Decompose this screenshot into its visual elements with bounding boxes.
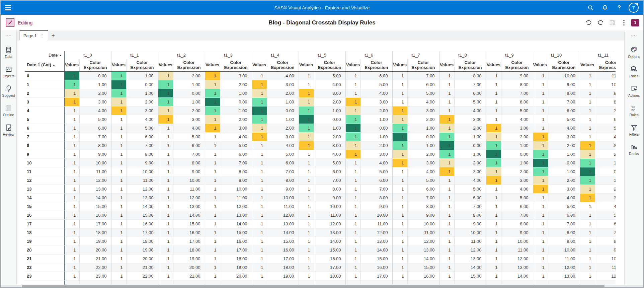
values-cell[interactable]: 1 — [486, 176, 501, 185]
values-cell[interactable]: 1 — [299, 202, 314, 211]
values-cell[interactable]: 1 — [64, 124, 79, 133]
values-cell[interactable]: 1 — [252, 150, 267, 159]
expression-cell[interactable]: 4.00 — [360, 159, 392, 167]
values-cell[interactable]: 1 — [205, 141, 220, 150]
expression-cell[interactable]: 15.00 — [454, 272, 486, 281]
expression-cell[interactable]: 4.00 — [548, 124, 580, 133]
group-header-t1_10[interactable]: t1_10 — [533, 51, 580, 59]
undo-button[interactable] — [584, 18, 593, 27]
values-cell[interactable]: 1 — [299, 185, 314, 194]
values-cell[interactable]: 1 — [580, 176, 595, 185]
values-cell[interactable]: 1 — [533, 72, 548, 80]
values-cell[interactable]: 1 — [439, 237, 454, 246]
expression-cell[interactable]: 6.00 — [126, 133, 158, 141]
values-cell[interactable]: 1 — [205, 176, 220, 185]
expression-cell[interactable]: 8.00 — [595, 98, 616, 106]
row-label[interactable]: 18 — [25, 228, 64, 237]
expression-cell[interactable]: 3.00 — [220, 124, 252, 133]
expression-cell[interactable]: 8.00 — [173, 159, 205, 167]
values-cell[interactable]: 1 — [252, 185, 267, 194]
expression-cell[interactable]: 2.00 — [220, 80, 252, 89]
group-header-t1_1[interactable]: t1_1 — [111, 51, 158, 59]
subheader-values-t1_5[interactable]: Values — [299, 59, 314, 72]
expression-cell[interactable]: 5.00 — [548, 115, 580, 124]
left-rail-item-suggest[interactable]: Suggest — [2, 84, 15, 99]
values-cell[interactable]: 1 — [392, 202, 407, 211]
values-cell[interactable]: 1 — [533, 106, 548, 115]
values-cell[interactable]: 1 — [486, 159, 501, 167]
expression-cell[interactable]: 13.00 — [79, 185, 111, 194]
values-cell[interactable]: 1 — [111, 159, 126, 167]
expression-cell[interactable]: 8.00 — [548, 228, 580, 237]
values-cell[interactable]: 1 — [158, 167, 173, 176]
subheader-color-expression-t1_2[interactable]: Color Expression — [173, 59, 205, 72]
expression-cell[interactable]: 4.00 — [454, 176, 486, 185]
expression-cell[interactable]: 8.00 — [360, 194, 392, 202]
values-cell[interactable]: 1 — [580, 141, 595, 150]
page-tab-menu-button[interactable]: ⋮ — [40, 33, 44, 38]
values-cell[interactable]: 1 — [345, 115, 360, 124]
expression-cell[interactable]: 4.00 — [501, 185, 533, 194]
row-header-date1-cat[interactable]: Date-1 (Cat)▲ — [25, 59, 64, 72]
values-cell[interactable]: 1 — [158, 176, 173, 185]
values-cell[interactable]: 1 — [580, 98, 595, 106]
expression-cell[interactable]: 6.00 — [407, 185, 439, 194]
expression-cell[interactable]: 1.00 — [595, 176, 616, 185]
values-cell[interactable]: 1 — [439, 141, 454, 150]
expression-cell[interactable]: 8.00 — [407, 202, 439, 211]
expression-cell[interactable]: 3.00 — [360, 98, 392, 106]
expression-cell[interactable]: 22.00 — [79, 263, 111, 272]
values-cell[interactable]: 1 — [252, 272, 267, 281]
expression-cell[interactable]: 14.00 — [314, 237, 345, 246]
subheader-values-t1_2[interactable]: Values — [158, 59, 173, 72]
values-cell[interactable]: 1 — [111, 194, 126, 202]
expression-cell[interactable]: 1.00 — [454, 133, 486, 141]
expression-cell[interactable]: 9.00 — [314, 194, 345, 202]
expression-cell[interactable]: 4.00 — [79, 106, 111, 115]
expression-cell[interactable]: 19.00 — [126, 246, 158, 255]
expression-cell[interactable]: 17.00 — [126, 228, 158, 237]
row-label[interactable]: 2 — [25, 89, 64, 98]
expression-cell[interactable]: 17.00 — [267, 255, 299, 263]
values-cell[interactable]: 1 — [533, 89, 548, 98]
values-cell[interactable]: 1 — [345, 220, 360, 228]
expression-cell[interactable]: 3.00 — [407, 159, 439, 167]
expression-cell[interactable]: 3.00 — [548, 133, 580, 141]
values-cell[interactable]: 1 — [64, 220, 79, 228]
values-cell[interactable]: 1 — [111, 237, 126, 246]
expression-cell[interactable]: 15.00 — [360, 255, 392, 263]
values-cell[interactable]: 1 — [252, 237, 267, 246]
values-cell[interactable]: 1 — [580, 115, 595, 124]
expression-cell[interactable]: 5.00 — [548, 202, 580, 211]
expression-cell[interactable]: 4.00 — [595, 202, 616, 211]
values-cell[interactable]: 1 — [299, 220, 314, 228]
expression-cell[interactable]: 5.00 — [501, 106, 533, 115]
values-cell[interactable]: 1 — [392, 115, 407, 124]
values-cell[interactable]: 1 — [64, 98, 79, 106]
values-cell[interactable]: 1 — [533, 167, 548, 176]
expression-cell[interactable]: 0.00 — [267, 106, 299, 115]
expression-cell[interactable]: 8.00 — [454, 72, 486, 80]
expression-cell[interactable]: 10.00 — [407, 220, 439, 228]
values-cell[interactable]: 1 — [252, 194, 267, 202]
expression-cell[interactable]: 8.00 — [79, 141, 111, 150]
expression-cell[interactable]: 3.00 — [407, 106, 439, 115]
values-cell[interactable]: 1 — [158, 263, 173, 272]
values-cell[interactable]: 1 — [580, 124, 595, 133]
values-cell[interactable]: 1 — [345, 228, 360, 237]
expression-cell[interactable]: 2.00 — [79, 89, 111, 98]
values-cell[interactable]: 1 — [533, 255, 548, 263]
values-cell[interactable]: 1 — [158, 72, 173, 80]
values-cell[interactable]: 1 — [252, 89, 267, 98]
values-cell[interactable]: 1 — [533, 150, 548, 159]
values-cell[interactable]: 1 — [111, 255, 126, 263]
values-cell[interactable]: 1 — [486, 263, 501, 272]
values-cell[interactable]: 1 — [486, 115, 501, 124]
expression-cell[interactable]: 4.00 — [360, 89, 392, 98]
expression-cell[interactable]: 3.00 — [314, 141, 345, 150]
row-label[interactable]: 19 — [25, 237, 64, 246]
expression-cell[interactable]: 14.00 — [220, 220, 252, 228]
expression-cell[interactable]: 15.00 — [267, 237, 299, 246]
values-cell[interactable]: 1 — [439, 89, 454, 98]
values-cell[interactable]: 1 — [439, 220, 454, 228]
